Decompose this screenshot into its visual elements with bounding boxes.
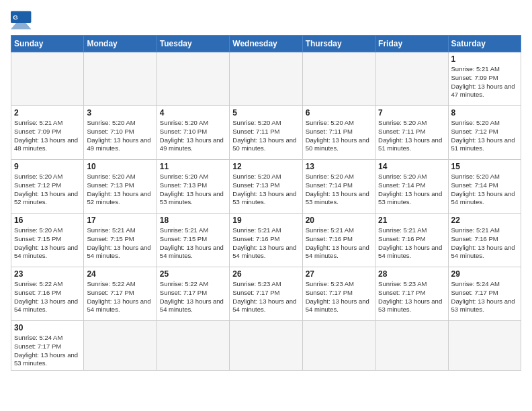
calendar-table: SundayMondayTuesdayWednesdayThursdayFrid… [11,35,521,371]
day-number: 28 [378,269,445,279]
calendar-cell: 21Sunrise: 5:21 AMSunset: 7:16 PMDayligh… [375,214,448,267]
calendar-cell [157,52,229,106]
calendar-cell: 6Sunrise: 5:20 AMSunset: 7:11 PMDaylight… [302,106,375,160]
weekday-header-row: SundayMondayTuesdayWednesdayThursdayFrid… [11,36,521,52]
calendar-cell: 17Sunrise: 5:21 AMSunset: 7:15 PMDayligh… [84,214,157,267]
day-number: 30 [14,323,81,332]
day-info: Sunrise: 5:23 AMSunset: 7:17 PMDaylight:… [306,280,372,314]
calendar-cell: 30Sunrise: 5:24 AMSunset: 7:17 PMDayligh… [11,321,84,371]
calendar-cell: 23Sunrise: 5:22 AMSunset: 7:16 PMDayligh… [11,267,84,321]
day-number: 7 [378,108,445,118]
day-info: Sunrise: 5:24 AMSunset: 7:17 PMDaylight:… [14,334,81,368]
day-info: Sunrise: 5:24 AMSunset: 7:17 PMDaylight:… [451,280,518,314]
day-info: Sunrise: 5:20 AMSunset: 7:14 PMDaylight:… [378,173,445,207]
day-number: 27 [306,269,372,279]
day-info: Sunrise: 5:21 AMSunset: 7:09 PMDaylight:… [451,65,518,99]
day-info: Sunrise: 5:21 AMSunset: 7:16 PMDaylight:… [378,226,445,261]
svg-text:G: G [13,13,17,21]
calendar-cell: 10Sunrise: 5:20 AMSunset: 7:13 PMDayligh… [84,160,157,214]
day-number: 11 [160,162,226,171]
calendar-row: 23Sunrise: 5:22 AMSunset: 7:16 PMDayligh… [11,267,521,321]
calendar-cell: 2Sunrise: 5:21 AMSunset: 7:09 PMDaylight… [11,106,84,160]
day-number: 3 [87,108,153,118]
calendar-row: 2Sunrise: 5:21 AMSunset: 7:09 PMDaylight… [11,106,521,160]
day-number: 9 [14,162,81,171]
day-info: Sunrise: 5:20 AMSunset: 7:13 PMDaylight:… [87,173,153,207]
day-info: Sunrise: 5:22 AMSunset: 7:16 PMDaylight:… [14,280,81,314]
calendar-cell: 5Sunrise: 5:20 AMSunset: 7:11 PMDaylight… [230,106,302,160]
day-number: 16 [14,216,81,225]
weekday-header: Sunday [11,36,84,52]
day-info: Sunrise: 5:21 AMSunset: 7:09 PMDaylight:… [14,119,81,153]
weekday-header: Thursday [302,36,375,52]
calendar-cell [230,321,302,371]
calendar-cell [375,321,448,371]
day-number: 23 [14,269,81,279]
calendar-cell: 1Sunrise: 5:21 AMSunset: 7:09 PMDaylight… [448,52,521,106]
day-info: Sunrise: 5:21 AMSunset: 7:15 PMDaylight:… [87,226,153,261]
general-blue-icon: G [11,11,32,30]
day-info: Sunrise: 5:20 AMSunset: 7:12 PMDaylight:… [451,119,518,153]
day-info: Sunrise: 5:21 AMSunset: 7:16 PMDaylight:… [451,226,518,261]
calendar-cell: 24Sunrise: 5:22 AMSunset: 7:17 PMDayligh… [84,267,157,321]
day-info: Sunrise: 5:20 AMSunset: 7:14 PMDaylight:… [451,173,518,207]
calendar-cell: 28Sunrise: 5:23 AMSunset: 7:17 PMDayligh… [375,267,448,321]
day-number: 20 [306,216,372,225]
day-number: 17 [87,216,153,225]
day-number: 4 [160,108,226,118]
day-number: 2 [14,108,81,118]
day-number: 26 [232,269,299,279]
calendar-cell: 15Sunrise: 5:20 AMSunset: 7:14 PMDayligh… [448,160,521,214]
logo: G [11,11,35,30]
day-info: Sunrise: 5:20 AMSunset: 7:11 PMDaylight:… [232,119,299,153]
calendar-cell: 29Sunrise: 5:24 AMSunset: 7:17 PMDayligh… [448,267,521,321]
day-number: 22 [451,216,518,225]
day-number: 10 [87,162,153,171]
calendar-cell [448,321,521,371]
day-number: 5 [232,108,299,118]
calendar-cell [302,321,375,371]
calendar-cell [84,321,157,371]
calendar-cell: 11Sunrise: 5:20 AMSunset: 7:13 PMDayligh… [157,160,229,214]
calendar-cell: 22Sunrise: 5:21 AMSunset: 7:16 PMDayligh… [448,214,521,267]
day-info: Sunrise: 5:22 AMSunset: 7:17 PMDaylight:… [160,280,226,314]
weekday-header: Tuesday [157,36,229,52]
day-info: Sunrise: 5:20 AMSunset: 7:14 PMDaylight:… [306,173,372,207]
calendar-cell: 9Sunrise: 5:20 AMSunset: 7:12 PMDaylight… [11,160,84,214]
day-info: Sunrise: 5:20 AMSunset: 7:12 PMDaylight:… [14,173,81,207]
day-info: Sunrise: 5:21 AMSunset: 7:15 PMDaylight:… [160,226,226,261]
day-info: Sunrise: 5:21 AMSunset: 7:16 PMDaylight:… [232,226,299,261]
calendar-cell: 7Sunrise: 5:20 AMSunset: 7:11 PMDaylight… [375,106,448,160]
day-info: Sunrise: 5:20 AMSunset: 7:11 PMDaylight:… [378,119,445,153]
calendar-cell: 8Sunrise: 5:20 AMSunset: 7:12 PMDaylight… [448,106,521,160]
calendar-cell [302,52,375,106]
calendar-cell: 12Sunrise: 5:20 AMSunset: 7:13 PMDayligh… [230,160,302,214]
calendar-row: 9Sunrise: 5:20 AMSunset: 7:12 PMDaylight… [11,160,521,214]
day-number: 13 [306,162,372,171]
calendar-cell [375,52,448,106]
day-number: 19 [232,216,299,225]
day-info: Sunrise: 5:23 AMSunset: 7:17 PMDaylight:… [378,280,445,314]
calendar-cell [230,52,302,106]
day-info: Sunrise: 5:20 AMSunset: 7:10 PMDaylight:… [160,119,226,153]
calendar-cell [84,52,157,106]
calendar-cell: 20Sunrise: 5:21 AMSunset: 7:16 PMDayligh… [302,214,375,267]
day-number: 29 [451,269,518,279]
calendar-row: 1Sunrise: 5:21 AMSunset: 7:09 PMDaylight… [11,52,521,106]
weekday-header: Saturday [448,36,521,52]
calendar-cell [11,52,84,106]
calendar-cell: 4Sunrise: 5:20 AMSunset: 7:10 PMDaylight… [157,106,229,160]
day-info: Sunrise: 5:22 AMSunset: 7:17 PMDaylight:… [87,280,153,314]
page-header: G [11,11,521,30]
calendar-cell: 19Sunrise: 5:21 AMSunset: 7:16 PMDayligh… [230,214,302,267]
day-info: Sunrise: 5:20 AMSunset: 7:13 PMDaylight:… [232,173,299,207]
day-number: 6 [306,108,372,118]
day-number: 8 [451,108,518,118]
calendar-cell [157,321,229,371]
day-number: 15 [451,162,518,171]
day-number: 25 [160,269,226,279]
svg-marker-1 [11,23,31,30]
calendar-cell: 26Sunrise: 5:23 AMSunset: 7:17 PMDayligh… [230,267,302,321]
calendar-row: 16Sunrise: 5:20 AMSunset: 7:15 PMDayligh… [11,214,521,267]
calendar-cell: 16Sunrise: 5:20 AMSunset: 7:15 PMDayligh… [11,214,84,267]
